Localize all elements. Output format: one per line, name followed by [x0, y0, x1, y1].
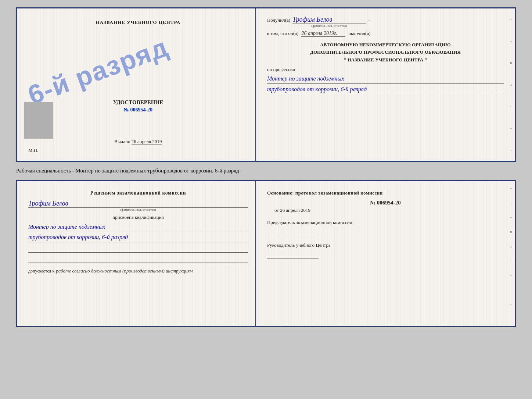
bottom-certificate: Решением экзаменационной комиссии Трофим… — [16, 180, 516, 327]
manager-label: Руководитель учебного Центра — [267, 242, 504, 249]
protocol-date: от 26 апреля 2019 — [267, 207, 504, 213]
cert-bottom-left: Решением экзаменационной комиссии Трофим… — [17, 181, 256, 326]
blank-line-1 — [28, 244, 248, 253]
manager-sig-line — [267, 250, 319, 259]
org-text: АВТОНОМНУЮ НЕКОММЕРЧЕСКУЮ ОРГАНИЗАЦИЮ ДО… — [267, 41, 504, 56]
kvalif-line-2: трубопроводов от коррозии, 6-й разряд — [28, 232, 248, 242]
school-name-top: НАЗВАНИЕ УЧЕБНОГО ЦЕНТРА — [96, 19, 181, 25]
date-line: в том, что он(а) 26 апреля 2019г. окончи… — [267, 31, 504, 37]
chairman-label: Председатель экзаменационной комиссии — [267, 219, 504, 226]
side-ticks-bottom: – – – и ,а ← – – – – — [507, 181, 515, 326]
fio-hint-bottom: (фамилия, имя, отчество) — [28, 208, 248, 211]
person-name-bottom: Трофим Белов — [28, 200, 248, 208]
profession-line-1: Монтер по защите подземных — [267, 74, 504, 84]
protocol-num: № 006954-20 — [267, 200, 504, 206]
komissia-header: Решением экзаменационной комиссии — [28, 190, 248, 196]
right-ticks: – – и ,а ← – – — [507, 8, 515, 161]
profession-line-2: трубопроводов от коррозии, 6-й разряд — [267, 85, 504, 95]
manager-block: Руководитель учебного Центра — [267, 242, 504, 259]
cert-top-right: Получил(а) Трофим Белов (фамилия, имя, о… — [256, 8, 515, 161]
chairman-block: Председатель экзаменационной комиссии — [267, 219, 504, 236]
recipient-line: Получил(а) Трофим Белов (фамилия, имя, о… — [267, 16, 504, 28]
chairman-sig-line — [267, 227, 319, 236]
mp-label: М.П. — [28, 147, 38, 153]
osnov-header: Основание: протокол экзаменационной коми… — [267, 190, 504, 196]
handwritten-date: 26 апреля 2019г. — [301, 31, 345, 37]
profession-label: по профессии — [267, 67, 504, 72]
cert-top-left: НАЗВАНИЕ УЧЕБНОГО ЦЕНТРА 6-й разряд УДОС… — [17, 8, 256, 161]
cert-bottom-right: Основание: протокол экзаменационной коми… — [256, 181, 515, 326]
dopusk-handwritten: работе согласно должностным (производств… — [56, 268, 193, 274]
photo-placeholder — [24, 102, 53, 139]
kvalif-label: присвоена квалификация — [28, 214, 248, 220]
udost-label: УДОСТОВЕРЕНИЕ — [113, 99, 163, 106]
dopusk-label: допускается к работе согласно должностны… — [28, 268, 248, 274]
school-quoted: " НАЗВАНИЕ УЧЕБНОГО ЦЕНТРА " — [267, 57, 504, 63]
blank-line-2 — [28, 254, 248, 263]
issued-date: Выдано 26 апреля 2019 — [113, 128, 163, 145]
kvalif-line-1: Монтер по защите подземных — [28, 222, 248, 232]
udost-num: № 006954-20 — [113, 107, 163, 113]
work-specialty-label: Рабочая специальность - Монтер по защите… — [16, 166, 516, 175]
top-certificate: НАЗВАНИЕ УЧЕБНОГО ЦЕНТРА 6-й разряд УДОС… — [16, 7, 516, 162]
recipient-name: Трофим Белов — [292, 16, 366, 24]
